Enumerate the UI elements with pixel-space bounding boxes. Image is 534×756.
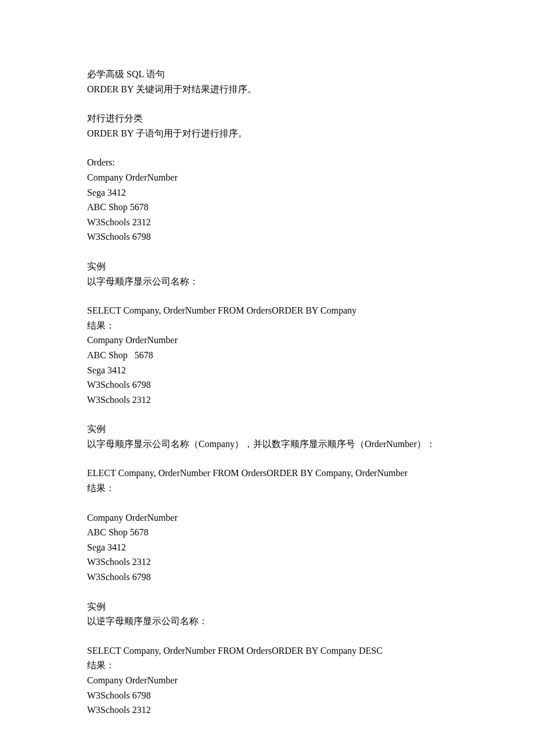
blank-line: [87, 244, 447, 259]
text-line: W3Schools 2312: [87, 393, 447, 408]
text-line: W3Schools 2312: [87, 555, 447, 570]
text-line: Company OrderNumber: [87, 673, 447, 688]
blank-line: [87, 407, 447, 422]
text-line: ELECT Company, OrderNumber FROM OrdersOR…: [87, 466, 447, 481]
text-line: 对行进行分类: [87, 111, 447, 126]
text-line: W3Schools 6798: [87, 229, 447, 244]
blank-line: [87, 451, 447, 466]
text-line: ORDER BY 关键词用于对结果进行排序。: [87, 82, 447, 97]
text-line: 结果：: [87, 481, 447, 496]
blank-line: [87, 141, 447, 155]
text-line: W3Schools 2312: [87, 703, 447, 718]
text-line: W3Schools 2312: [87, 215, 447, 230]
text-line: Company OrderNumber: [87, 510, 447, 525]
blank-line: [87, 585, 447, 599]
text-line: Sega 3412: [87, 185, 447, 200]
text-line: 以字母顺序显示公司名称：: [87, 274, 447, 289]
text-line: W3Schools 6798: [87, 377, 447, 393]
text-line: 必学高级 SQL 语句: [87, 67, 447, 82]
text-line: ABC Shop 5678: [87, 200, 447, 215]
text-line: ABC Shop 5678: [87, 348, 447, 363]
text-line: ORDER BY 子语句用于对行进行排序。: [87, 126, 447, 141]
text-line: ABC Shop 5678: [87, 525, 447, 540]
text-line: SELECT Company, OrderNumber FROM OrdersO…: [87, 643, 447, 658]
text-line: 以逆字母顺序显示公司名称：: [87, 614, 447, 629]
blank-line: [87, 496, 447, 510]
text-line: Orders:: [87, 155, 447, 170]
blank-line: [87, 629, 447, 643]
document-page: 必学高级 SQL 语句ORDER BY 关键词用于对结果进行排序。对行进行分类O…: [0, 0, 534, 756]
blank-line: [87, 96, 447, 111]
text-line: Sega 3412: [87, 540, 447, 555]
text-line: Company OrderNumber: [87, 333, 447, 348]
text-line: Sega 3412: [87, 363, 447, 378]
text-line: 实例: [87, 259, 447, 274]
blank-line: [87, 289, 447, 303]
text-line: Company OrderNumber: [87, 170, 447, 185]
text-line: 以字母顺序显示公司名称（Company），并以数字顺序显示顺序号（OrderNu…: [87, 437, 447, 452]
text-line: W3Schools 6798: [87, 570, 447, 585]
text-line: 结果：: [87, 658, 447, 673]
text-line: SELECT Company, OrderNumber FROM OrdersO…: [87, 303, 447, 318]
text-line: 实例: [87, 599, 447, 614]
text-line: W3Schools 6798: [87, 688, 447, 703]
text-line: 实例: [87, 422, 447, 437]
text-line: 结果：: [87, 318, 447, 333]
